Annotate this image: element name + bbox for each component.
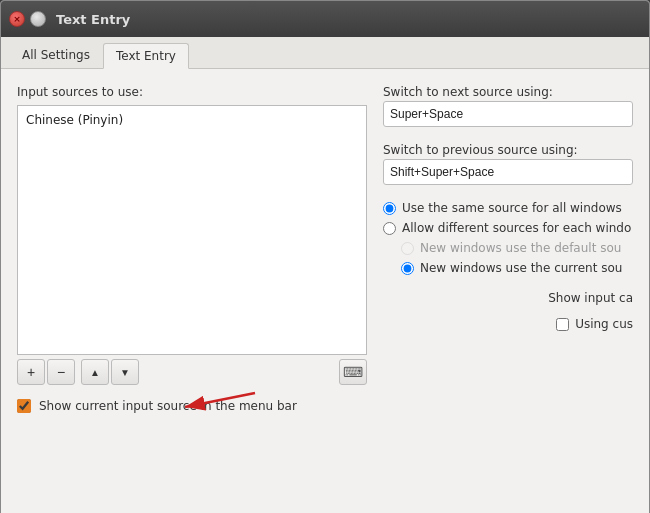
default-source-label: New windows use the default sou (420, 241, 621, 255)
show-input-source-checkbox[interactable] (17, 399, 31, 413)
different-source-row: Allow different sources for each windo (383, 221, 633, 235)
keyboard-icon: ⌨ (343, 364, 363, 380)
different-source-label: Allow different sources for each windo (402, 221, 631, 235)
source-mode-group: Use the same source for all windows Allo… (383, 201, 633, 275)
reorder-buttons: ▲ ▼ (81, 359, 139, 385)
move-down-button[interactable]: ▼ (111, 359, 139, 385)
main-window: × Text Entry All Settings Text Entry Inp… (0, 0, 650, 513)
same-source-radio[interactable] (383, 202, 396, 215)
close-button[interactable]: × (9, 11, 25, 27)
show-input-ca-label: Show input ca (383, 291, 633, 305)
left-panel: Input sources to use: Chinese (Pinyin) +… (17, 85, 367, 502)
current-source-label: New windows use the current sou (420, 261, 622, 275)
window-title: Text Entry (56, 12, 130, 27)
red-arrow (177, 385, 257, 418)
keyboard-settings-button[interactable]: ⌨ (339, 359, 367, 385)
current-source-radio[interactable] (401, 262, 414, 275)
list-item: Chinese (Pinyin) (22, 110, 362, 130)
tab-bar: All Settings Text Entry (1, 37, 649, 69)
remove-source-button[interactable]: − (47, 359, 75, 385)
add-source-button[interactable]: + (17, 359, 45, 385)
title-bar: × Text Entry (1, 1, 649, 37)
next-source-input[interactable] (383, 101, 633, 127)
input-sources-label: Input sources to use: (17, 85, 367, 99)
main-content: Input sources to use: Chinese (Pinyin) +… (1, 69, 649, 513)
show-input-source-label: Show current input source in the menu ba… (39, 399, 297, 413)
input-sources-list[interactable]: Chinese (Pinyin) (17, 105, 367, 355)
using-cus-label: Using cus (575, 317, 633, 331)
minimize-button[interactable] (30, 11, 46, 27)
tab-text-entry[interactable]: Text Entry (103, 43, 189, 69)
default-source-row: New windows use the default sou (383, 241, 633, 255)
svg-line-1 (185, 393, 255, 407)
toolbar: + − ▲ ▼ ⌨ (17, 359, 367, 385)
tab-all-settings[interactable]: All Settings (9, 42, 103, 68)
show-input-source-row: Show current input source in the menu ba… (17, 399, 367, 413)
same-source-label: Use the same source for all windows (402, 201, 622, 215)
same-source-row: Use the same source for all windows (383, 201, 633, 215)
prev-source-input[interactable] (383, 159, 633, 185)
window-controls: × (9, 11, 46, 27)
default-source-radio[interactable] (401, 242, 414, 255)
different-source-radio[interactable] (383, 222, 396, 235)
next-source-label: Switch to next source using: (383, 85, 633, 99)
current-source-row: New windows use the current sou (383, 261, 633, 275)
using-cus-row: Using cus (383, 317, 633, 331)
prev-source-label: Switch to previous source using: (383, 143, 633, 157)
move-up-button[interactable]: ▲ (81, 359, 109, 385)
right-panel: Switch to next source using: Switch to p… (383, 85, 633, 502)
using-cus-checkbox[interactable] (556, 318, 569, 331)
